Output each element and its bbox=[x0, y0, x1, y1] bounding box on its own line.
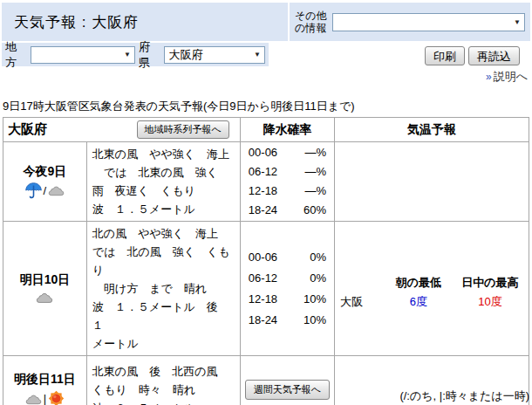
prefecture-select[interactable]: 大阪府 ▼ bbox=[164, 46, 265, 64]
title-bar: 天気予報 : 大阪府 bbox=[2, 3, 288, 41]
precip-value: 0% bbox=[310, 247, 326, 268]
temperature-forecast-cell: 朝の最低 日中の最高 大阪 6度 10度 bbox=[334, 222, 529, 356]
day-cell-tonight: 今夜9日 / bbox=[3, 142, 87, 222]
table-row: 明日10日 北の風 やや強く 海上 では 北の風 強く くもり 明け方 まで 晴… bbox=[3, 222, 529, 356]
prefecture-selected-value: 大阪府 bbox=[168, 47, 202, 63]
temp-min-value: 6度 bbox=[385, 294, 452, 310]
precip-column-header: 降水確率 bbox=[240, 118, 334, 142]
umbrella-icon bbox=[24, 182, 43, 200]
day-label: 今夜9日 bbox=[3, 164, 86, 180]
forecast-announcement: 9日17時大阪管区気象台発表の天気予報(今日9日から明後日11日まで) bbox=[3, 99, 355, 114]
weather-forecast-page: 天気予報 : 大阪府 その他 の情報 ▼ 地方 ▼ 府県 大阪府 ▼ 印刷 再読… bbox=[0, 0, 532, 405]
chevron-down-icon: ▼ bbox=[254, 51, 261, 58]
icon-separator: / bbox=[44, 184, 47, 197]
precip-value: 0% bbox=[310, 268, 326, 289]
precip-time: 12-18 bbox=[249, 289, 277, 310]
chevron-down-icon: ▼ bbox=[124, 51, 131, 58]
explanation-link-label: 説明へ bbox=[494, 70, 528, 83]
forecast-text: 北東の風 やや強く 海上 では 北東の風 強く 雨 夜遅く くもり 波 １．５メ… bbox=[86, 142, 240, 222]
timeseries-forecast-button[interactable]: 地域時系列予報へ bbox=[137, 120, 229, 139]
precip-time: 00-06 bbox=[249, 247, 277, 268]
precip-value: 60% bbox=[304, 201, 326, 220]
precip-cell: 00-06—% 06-12—% 12-18—% 18-2460% bbox=[240, 142, 334, 222]
other-info-box: その他 の情報 ▼ bbox=[290, 3, 530, 41]
page-title: 天気予報 : 大阪府 bbox=[14, 12, 139, 32]
temp-max-value: 10度 bbox=[452, 294, 529, 310]
precip-cell: 00-060% 06-120% 12-1810% 18-2410% bbox=[240, 222, 334, 356]
symbol-legend-note: (/:のち, |:時々または一時) bbox=[3, 388, 529, 404]
day-label: 明後日11日 bbox=[3, 372, 86, 388]
precip-time: 12-18 bbox=[249, 182, 277, 201]
table-region-header: 大阪府 bbox=[8, 121, 47, 138]
other-info-select[interactable]: ▼ bbox=[332, 13, 525, 31]
precip-value: —% bbox=[304, 143, 326, 162]
double-angle-icon: » bbox=[486, 71, 492, 83]
day-cell-tomorrow: 明日10日 bbox=[3, 222, 87, 356]
forecast-text: 北の風 やや強く 海上 では 北の風 強く くもり 明け方 まで 晴れ 波 １．… bbox=[86, 222, 240, 356]
print-button[interactable]: 印刷 bbox=[425, 46, 465, 65]
temp-min-header: 朝の最低 bbox=[385, 275, 452, 291]
other-info-label: その他 の情報 bbox=[295, 10, 327, 34]
precip-value: —% bbox=[304, 182, 326, 201]
temp-max-header: 日中の最高 bbox=[452, 275, 529, 291]
chevron-down-icon: ▼ bbox=[514, 18, 521, 26]
precip-time: 00-06 bbox=[249, 143, 277, 162]
precip-value: —% bbox=[304, 162, 326, 182]
precip-value: 10% bbox=[304, 289, 326, 310]
precip-value: 10% bbox=[304, 310, 326, 331]
location-controls-row: 地方 ▼ 府県 大阪府 ▼ bbox=[2, 43, 269, 66]
explanation-link[interactable]: »説明へ bbox=[486, 69, 528, 85]
table-row: 今夜9日 / 北東の風 やや強く 海上 では 北東の風 強く 雨 夜遅く くもり… bbox=[3, 142, 529, 222]
prefecture-label: 府県 bbox=[139, 39, 160, 71]
reload-button[interactable]: 再読込 bbox=[468, 46, 520, 65]
forecast-table: 大阪府 地域時系列予報へ 降水確率 気温予報 今夜9日 / bbox=[3, 117, 529, 405]
region-select[interactable]: ▼ bbox=[31, 46, 135, 64]
precip-time: 06-12 bbox=[249, 268, 277, 289]
temp-city-label: 大阪 bbox=[340, 294, 385, 310]
precip-time: 06-12 bbox=[249, 162, 277, 182]
cloud-icon bbox=[47, 183, 65, 197]
day-label: 明日10日 bbox=[3, 272, 86, 288]
cloud-icon bbox=[35, 290, 54, 305]
temp-cell-empty bbox=[334, 142, 529, 222]
region-label: 地方 bbox=[5, 39, 27, 71]
precip-time: 18-24 bbox=[249, 310, 277, 331]
precip-time: 18-24 bbox=[249, 201, 277, 220]
table-header-row: 大阪府 地域時系列予報へ 降水確率 気温予報 bbox=[3, 118, 529, 142]
temp-column-header: 気温予報 bbox=[334, 118, 529, 142]
